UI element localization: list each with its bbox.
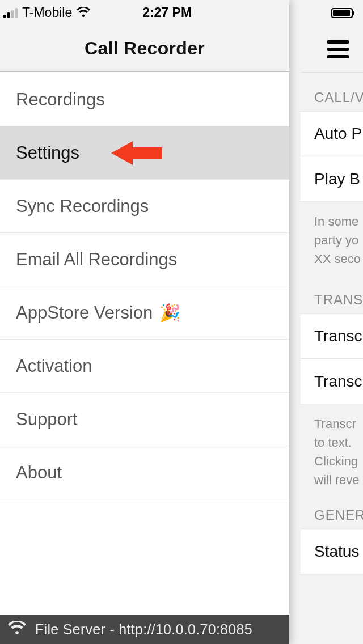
menu-item-appstore-version[interactable]: AppStore Version 🎉 (0, 286, 289, 340)
menu-item-label: Activation (16, 356, 92, 376)
drawer-menu: Recordings Settings Sync Recordings Emai… (0, 72, 289, 615)
battery-icon (331, 8, 353, 18)
menu-item-label: Settings (16, 143, 79, 163)
row-auto[interactable]: Auto P (301, 111, 363, 156)
menu-item-sync-recordings[interactable]: Sync Recordings (0, 180, 289, 233)
signal-icon (3, 8, 18, 18)
statusbar: T-Mobile 2:27 PM (0, 0, 289, 26)
status-time: 2:27 PM (142, 5, 192, 20)
right-navbar (301, 26, 363, 73)
menu-item-settings[interactable]: Settings (0, 126, 289, 180)
menu-item-recordings[interactable]: Recordings (0, 73, 289, 126)
menu-item-label: Support (16, 409, 78, 430)
drawer-pane: T-Mobile 2:27 PM Call Recorder Recording… (0, 0, 289, 644)
menu-item-label: About (16, 463, 62, 483)
wifi-icon (77, 5, 90, 20)
page-title: Call Recorder (85, 38, 205, 59)
menu-item-label: Email All Recordings (16, 249, 177, 270)
menu-item-email-all[interactable]: Email All Recordings (0, 233, 289, 286)
menu-item-label: Sync Recordings (16, 196, 149, 217)
row-transc-2[interactable]: Transc (301, 359, 363, 404)
menu-item-label: Recordings (16, 90, 105, 110)
menu-item-about[interactable]: About (0, 446, 289, 499)
menu-gap (0, 499, 289, 545)
section-header-transcription: TRANS (301, 268, 363, 313)
section-note-1: In some party yo XX seco (301, 202, 363, 268)
row-play-beep[interactable]: Play B (301, 156, 363, 202)
row-transc-1[interactable]: Transc (301, 313, 363, 359)
footer-bar: File Server - http://10.0.0.70:8085 (0, 615, 289, 644)
statusbar-right (301, 0, 363, 26)
annotation-arrow-icon (111, 141, 162, 165)
party-icon: 🎉 (159, 303, 180, 323)
carrier-label: T-Mobile (22, 5, 72, 20)
section-header-call: CALL/V (301, 73, 363, 111)
wifi-footer-icon (8, 621, 26, 638)
section-header-general: GENER (301, 489, 363, 529)
row-status[interactable]: Status (301, 529, 363, 574)
menu-item-activation[interactable]: Activation (0, 340, 289, 393)
hamburger-icon[interactable] (327, 40, 349, 58)
footer-text: File Server - http://10.0.0.70:8085 (35, 621, 252, 638)
section-note-2: Transcr to text. Clicking will reve (301, 404, 363, 489)
menu-item-support[interactable]: Support (0, 393, 289, 446)
navbar: Call Recorder (0, 26, 289, 72)
menu-item-label: AppStore Version (16, 303, 153, 323)
